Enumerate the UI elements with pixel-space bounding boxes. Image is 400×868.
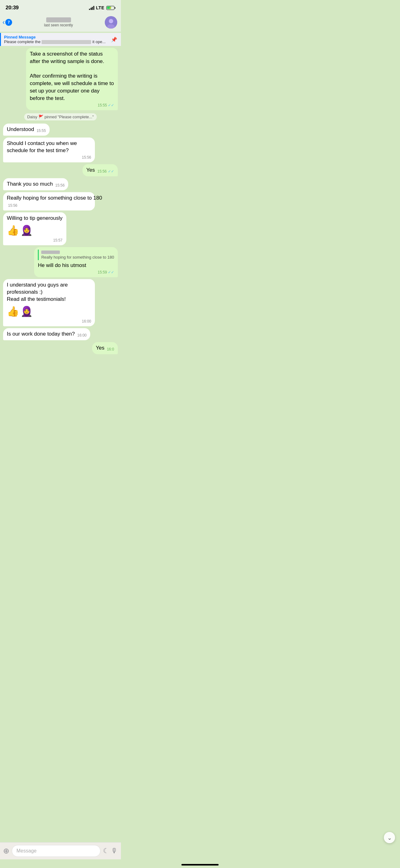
read-receipt-1: ✓✓ [108,103,114,108]
message-time-3: 15:56 [82,155,91,160]
system-message-row-1: Daisy 🚩 pinned "Please complete..." [3,112,118,122]
status-time: 20:39 [6,5,19,11]
message-row-7: Willing to tip generously 👍 🧕 15:57 [3,212,118,245]
system-message-1: Daisy 🚩 pinned "Please complete..." [24,113,97,120]
message-text-5: Thank you so much [7,181,53,188]
message-row-11: Yes 16:0 [3,342,118,354]
status-bar: 20:39 LTE ⚡ [0,0,121,14]
message-bubble-5: Thank you so much 15:56 [3,178,68,190]
message-bubble-10: Is our work done today then? 16:00 [3,328,90,340]
status-icons: LTE ⚡ [89,5,115,10]
message-time-10: 16:00 [77,333,87,338]
emoji-person-7: 🧕 [21,224,33,237]
message-text-9: I understand you guys are professionals … [7,282,91,303]
message-text-11: Yes [96,345,104,352]
message-time-7: 15:57 [53,238,63,243]
emoji-person-9: 🧕 [21,305,33,318]
message-bubble-9: I understand you guys are professionals … [3,279,95,326]
message-row-5: Thank you so much 15:56 [3,178,118,190]
pinned-text-blurred [41,40,91,44]
bubble-footer-1: 15:55 ✓✓ [30,103,114,108]
message-row-1: Take a screenshot of the status after th… [3,48,118,110]
signal-bar-1 [89,9,90,10]
message-time-8: 15:59 [98,270,107,275]
message-time-6: 15:56 [8,203,18,208]
nav-back[interactable]: ‹ 7 [2,18,12,26]
message-bubble-7: Willing to tip generously 👍 🧕 15:57 [3,212,66,245]
message-time-5: 15:56 [55,183,65,188]
message-text-4: Yes [86,167,95,174]
contact-avatar[interactable] [105,16,117,29]
message-text-7: Willing to tip generously [7,215,63,222]
message-row-8: Really hoping for something close to 180… [3,247,118,277]
pin-icon: 📌 [111,37,117,42]
message-text-6: Really hoping for something close to 180 [7,195,102,202]
pinned-message-bar[interactable]: Pinned Message Please complete the it op… [0,33,121,46]
message-time-2: 15:55 [37,128,46,133]
message-row-4: Yes 15:56 ✓✓ [3,164,118,176]
message-bubble-6: Really hoping for something close to 180… [3,192,95,211]
message-text-3: Should I contact you when we schedule fo… [7,140,91,154]
message-text-2: Understood [7,126,34,133]
pinned-text: Please complete the it ope... [4,39,111,44]
reply-name-blurred [41,251,60,254]
message-bubble-1: Take a screenshot of the status after th… [26,48,118,110]
message-row-6: Really hoping for something close to 180… [3,192,118,211]
lte-label: LTE [96,5,104,10]
pinned-title: Pinned Message [4,35,111,39]
message-row-9: I understand you guys are professionals … [3,279,118,326]
battery-tip [115,7,116,9]
message-bubble-4: Yes 15:56 ✓✓ [82,164,118,176]
message-text-8: He will do his utmost [38,262,114,269]
reply-text-8: Really hoping for something close to 180 [41,254,114,260]
message-bubble-2: Understood 15:55 [3,124,49,136]
avatar-image [105,16,117,29]
chat-area: Take a screenshot of the status after th… [0,45,121,379]
message-bubble-8: Really hoping for something close to 180… [34,247,118,277]
emoji-row-9: 👍 🧕 [7,305,91,318]
nav-bar: ‹ 7 last seen recently [0,14,121,32]
read-receipt-4: ✓✓ [108,169,114,174]
battery-icon: ⚡ [106,6,116,10]
message-text-1: Take a screenshot of the status after th… [30,50,114,102]
svg-point-1 [109,19,113,23]
message-row-10: Is our work done today then? 16:00 [3,328,118,340]
pinned-content: Pinned Message Please complete the it op… [4,35,111,44]
message-row-3: Should I contact you when we schedule fo… [3,137,118,162]
message-time-4: 15:56 [97,169,107,174]
message-bubble-11: Yes 16:0 [92,342,118,354]
signal-bar-3 [92,7,93,10]
back-arrow-icon[interactable]: ‹ [2,18,5,26]
message-time-11: 16:0 [107,347,114,352]
back-badge[interactable]: 7 [5,19,12,26]
emoji-row-7: 👍 🧕 [7,224,63,237]
signal-bar-4 [93,6,94,10]
signal-bar-2 [91,8,92,10]
battery-bolt: ⚡ [109,6,112,9]
read-receipt-8: ✓✓ [108,270,114,275]
emoji-thumbs-7: 👍 [7,224,19,237]
message-row-2: Understood 15:55 [3,124,118,136]
emoji-thumbs-9: 👍 [7,305,19,318]
nav-center[interactable]: last seen recently [44,18,73,27]
message-text-10: Is our work done today then? [7,331,75,338]
message-bubble-3: Should I contact you when we schedule fo… [3,137,95,162]
signal-bars [89,6,94,10]
message-time-1: 15:55 [98,103,107,108]
reply-quote-8: Really hoping for something close to 180 [38,250,114,260]
message-time-9: 16:00 [82,319,91,324]
contact-name-blurred [46,18,71,22]
contact-status: last seen recently [44,23,73,27]
